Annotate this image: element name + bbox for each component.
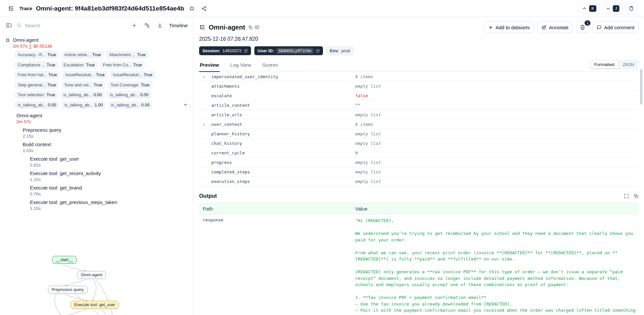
table-row[interactable]: escalate false bbox=[199, 91, 639, 101]
tab[interactable]: Log View bbox=[230, 60, 252, 72]
clipboard-button[interactable] bbox=[625, 3, 637, 14]
table-row[interactable]: article_urls empty list bbox=[199, 110, 639, 120]
score-badge[interactable]: Attachment ... True bbox=[106, 51, 149, 59]
list-tree-icon bbox=[199, 24, 206, 31]
score-badge[interactable]: Step generat... True bbox=[15, 81, 59, 89]
graph-node[interactable]: __start__ bbox=[52, 256, 77, 264]
table-row[interactable]: › impersonated_user_identity 6 items bbox=[199, 72, 639, 81]
trace-span-row[interactable]: Preprocess query 2.15s bbox=[4, 126, 189, 140]
score-badge[interactable]: Free from Co... True bbox=[100, 61, 145, 69]
download-icon[interactable] bbox=[156, 21, 164, 30]
session-pill[interactable]: Session: 14910372 bbox=[199, 46, 251, 55]
share-icon[interactable] bbox=[200, 4, 208, 13]
graph-node[interactable]: Preprocess query bbox=[48, 286, 87, 294]
prev-trace-button[interactable]: K bbox=[579, 3, 600, 14]
span-meta: 1.03s bbox=[23, 148, 51, 153]
span-duration: 2m 57s bbox=[16, 119, 31, 124]
search-input[interactable] bbox=[25, 23, 100, 28]
copy-id-button[interactable]: ID bbox=[248, 25, 259, 30]
row-key: planner_history bbox=[211, 131, 250, 136]
score-label: Escalation: bbox=[63, 62, 84, 68]
table-row[interactable]: article_content "" bbox=[199, 101, 639, 110]
trace-span-row[interactable]: Execute tool: get_brand 0.76s bbox=[4, 184, 189, 197]
graph-node[interactable]: Execute tool: get_user bbox=[71, 301, 119, 309]
trace-span-row[interactable]: Build context 1.03s bbox=[4, 141, 189, 154]
trace-span-row[interactable]: Omni-agent 2m 57s bbox=[4, 112, 189, 125]
output-table: Path Value response "Hi [REDACTED], We u… bbox=[199, 203, 639, 315]
table-row[interactable]: progress empty list bbox=[199, 158, 639, 167]
table-row[interactable]: completed_steps empty list bbox=[199, 167, 639, 177]
score-badge[interactable]: Tool selection: True bbox=[15, 91, 58, 99]
user-pill[interactable]: User ID: SDAHUSLy9f1CHo bbox=[254, 46, 323, 55]
shortcut-key-prev: K bbox=[589, 5, 596, 12]
focus-icon[interactable] bbox=[130, 21, 138, 30]
user-id-value: SDAHUSLy9f1CHo bbox=[276, 48, 313, 54]
copy-icon[interactable] bbox=[633, 193, 639, 199]
score-badge[interactable]: IssueResoluti... True bbox=[110, 71, 155, 79]
row-key: chat_history bbox=[211, 141, 242, 146]
score-badge[interactable]: Escalation: True bbox=[60, 61, 98, 69]
annotation-queue-button[interactable]: 1 bbox=[576, 22, 589, 33]
score-badge[interactable]: is_talking_ab... 0.00 bbox=[60, 91, 105, 99]
row-key: escalate bbox=[211, 93, 232, 98]
row-key: article_urls bbox=[211, 112, 242, 117]
score-badge[interactable]: is_talking_ab... 0.00 bbox=[107, 91, 151, 99]
annotate-button[interactable]: Annotate bbox=[537, 22, 573, 33]
workflow-icon[interactable] bbox=[143, 21, 151, 30]
expand-chevron-icon[interactable]: › bbox=[203, 122, 211, 127]
panel-toggle-icon[interactable] bbox=[5, 21, 13, 30]
score-value: 0.00 bbox=[48, 102, 56, 108]
row-value: false bbox=[355, 93, 639, 98]
score-badge[interactable]: Free from hal... True bbox=[15, 71, 60, 79]
expand-icon[interactable] bbox=[624, 193, 629, 199]
add-to-datasets-button[interactable]: Add to datasets bbox=[484, 22, 534, 33]
next-trace-button[interactable]: J bbox=[602, 3, 623, 14]
score-badge[interactable]: Tone and voi... True bbox=[61, 81, 105, 89]
score-badge[interactable]: is_talking_ab... 0.00 bbox=[108, 101, 152, 109]
score-badge[interactable]: Compliance ... True bbox=[15, 61, 58, 69]
table-row[interactable]: › user_context 6 items bbox=[199, 120, 639, 129]
row-key: completed_steps bbox=[211, 169, 250, 174]
add-comment-button[interactable]: Add comment bbox=[592, 22, 639, 33]
comment-icon bbox=[597, 25, 602, 30]
span-name: Execute tool: get_previous_steps_taken bbox=[30, 199, 117, 205]
copy-icon bbox=[248, 25, 253, 30]
expand-chevron-icon[interactable]: › bbox=[203, 74, 211, 79]
row-value: "" bbox=[355, 103, 639, 108]
row-value: empty list bbox=[355, 179, 639, 184]
score-badge[interactable]: Accuracy - R... True bbox=[15, 51, 59, 59]
star-icon[interactable] bbox=[188, 4, 196, 13]
metadata-pills: Session: 14910372 User ID: SDAHUSLy9f1CH… bbox=[199, 46, 639, 55]
span-duration: 0.82s bbox=[30, 163, 41, 168]
table-row[interactable]: planner_history empty list bbox=[199, 129, 639, 139]
table-row[interactable]: execution_steps empty list bbox=[199, 177, 639, 186]
scrollbar-thumb[interactable] bbox=[640, 69, 642, 104]
format-option[interactable]: Formatted bbox=[590, 61, 618, 68]
trace-span-row[interactable]: Execute tool: get_recent_activity 1.15s bbox=[4, 169, 189, 183]
collapse-chevron-icon[interactable] bbox=[183, 102, 188, 107]
timeline-toggle[interactable]: Timeline bbox=[169, 22, 188, 29]
table-row[interactable]: attachments empty list bbox=[199, 81, 639, 91]
graph-node[interactable]: Omni-agent bbox=[77, 271, 106, 279]
trace-span-row[interactable]: Execute tool: get_previous_steps_taken 1… bbox=[4, 198, 189, 212]
tab[interactable]: Preview bbox=[199, 60, 220, 72]
row-value: 6 items bbox=[355, 74, 639, 79]
score-value: True bbox=[46, 92, 55, 98]
score-badge[interactable]: IssueResoluti... True bbox=[62, 71, 107, 79]
score-badge[interactable]: Tool Coverage: True bbox=[107, 81, 152, 89]
score-label: IssueResoluti... bbox=[113, 72, 142, 78]
graph-node-label: Preprocess query bbox=[52, 287, 84, 292]
tab[interactable]: Scores bbox=[262, 60, 279, 72]
trace-root-row[interactable]: Omni-agent 2m 57s ∑ $0.55138 bbox=[4, 36, 189, 50]
format-option[interactable]: JSON bbox=[619, 61, 638, 68]
trace-root-name: Omni-agent bbox=[13, 37, 52, 43]
score-badge[interactable]: is_talking_ab... 1.00 bbox=[61, 101, 106, 109]
trace-span-row[interactable]: Execute tool: get_user 0.82s bbox=[4, 155, 189, 169]
session-value: 14910372 bbox=[222, 48, 242, 53]
format-toggle: Formatted JSON bbox=[589, 60, 639, 69]
score-badge[interactable]: Article retrie... True bbox=[61, 51, 104, 59]
table-row[interactable]: current_cycle 0 bbox=[199, 148, 639, 158]
output-row[interactable]: response "Hi [REDACTED], We understand y… bbox=[199, 214, 639, 315]
score-badge[interactable]: is_talking_ab... 0.00 bbox=[15, 101, 59, 109]
table-row[interactable]: chat_history empty list bbox=[199, 139, 639, 148]
